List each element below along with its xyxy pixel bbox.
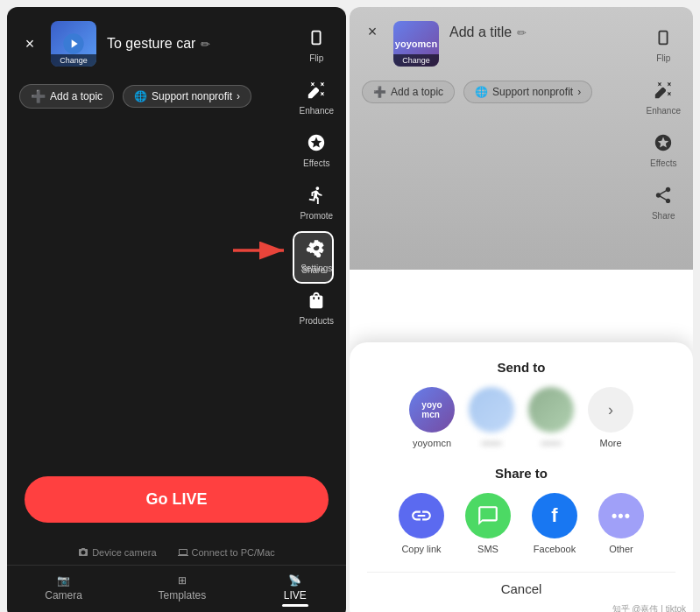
- bottom-bar: 📷 Camera ⊞ Templates 📡 LIVE: [7, 565, 346, 612]
- other-icon: •••: [598, 493, 644, 538]
- facebook-label: Facebook: [534, 544, 576, 554]
- change-label[interactable]: Change: [51, 54, 96, 67]
- right-close-button[interactable]: ×: [362, 21, 383, 42]
- products-icon: [307, 291, 326, 314]
- right-nonprofit-emoji: 🌐: [475, 86, 488, 98]
- facebook-button[interactable]: f Facebook: [532, 493, 577, 554]
- contact-avatar-3: [528, 387, 574, 433]
- sms-label: SMS: [477, 544, 498, 554]
- effects-icon: [307, 133, 326, 157]
- right-share-icon: [654, 186, 673, 209]
- contact-name-3: ••••••: [541, 438, 561, 448]
- right-flip-button[interactable]: Flip: [648, 21, 678, 70]
- topic-emoji: ➕: [31, 89, 46, 103]
- flip-label: Flip: [309, 53, 323, 63]
- enhance-button[interactable]: Enhance: [294, 74, 339, 123]
- contact-avatar-yoyomcn: yoyomcn: [409, 387, 455, 433]
- copy-link-button[interactable]: Copy link: [399, 493, 444, 554]
- share-label: Share: [301, 265, 325, 275]
- tab-live[interactable]: 📡 LIVE: [282, 574, 308, 607]
- device-row: Device camera Connect to PC/Mac: [7, 540, 346, 565]
- right-effects-button[interactable]: Effects: [645, 126, 682, 175]
- right-change-label[interactable]: Change: [393, 54, 439, 67]
- right-video-thumbnail[interactable]: yoyomcn Change: [393, 21, 439, 67]
- promote-icon: [307, 186, 326, 209]
- right-video-title: Add a title ✏: [449, 25, 527, 40]
- chevron-icon: ›: [237, 90, 240, 102]
- edit-icon[interactable]: ✏: [201, 38, 210, 51]
- camera-tab-icon: 📷: [57, 574, 70, 587]
- right-thumb-logo: yoyomcn: [395, 39, 437, 49]
- right-edit-icon[interactable]: ✏: [517, 26, 527, 39]
- go-live-button[interactable]: Go LIVE: [25, 476, 329, 523]
- right-flip-label: Flip: [656, 53, 670, 63]
- left-toolbar: Flip Enhance Effects: [294, 21, 339, 333]
- share-icons-row: Copy link SMS f Facebook •••: [367, 493, 675, 554]
- more-label: More: [599, 438, 621, 448]
- connect-pc-label: Connect to PC/Mac: [178, 547, 275, 558]
- left-panel: × Change To gesture car ✏ ➕ Add a topic …: [7, 7, 346, 612]
- contact-yoyomcn[interactable]: yoyomcn yoyomcn: [409, 387, 455, 448]
- device-camera-label: Device camera: [78, 547, 156, 558]
- more-contacts-button[interactable]: › More: [588, 387, 633, 448]
- share-sheet: Send to yoyomcn yoyomcn •••••• •••••• › …: [350, 342, 693, 612]
- close-button[interactable]: ×: [19, 33, 40, 54]
- right-toolbar: Flip Enhance Effects Sh: [641, 21, 686, 228]
- cancel-button[interactable]: Cancel: [367, 572, 675, 605]
- effects-button[interactable]: Effects: [298, 126, 335, 175]
- contact-3[interactable]: ••••••: [528, 387, 574, 448]
- other-button[interactable]: ••• Other: [598, 493, 644, 554]
- right-effects-label: Effects: [650, 158, 676, 168]
- contact-2[interactable]: ••••••: [469, 387, 514, 448]
- enhance-label: Enhance: [300, 106, 334, 116]
- share-to-label: Share to: [367, 466, 675, 481]
- contact-name-2: ••••••: [481, 438, 501, 448]
- send-to-label: Send to: [367, 360, 675, 375]
- right-effects-icon: [654, 133, 673, 157]
- right-share-button[interactable]: Share: [647, 179, 681, 228]
- templates-tab-icon: ⊞: [178, 574, 187, 587]
- right-nonprofit-button[interactable]: 🌐 Support nonprofit ›: [463, 81, 592, 103]
- promote-label: Promote: [300, 211, 333, 221]
- live-tab-icon: 📡: [288, 574, 301, 587]
- contact-avatar-2: [469, 387, 514, 433]
- right-share-label: Share: [652, 211, 675, 221]
- more-icon: ›: [588, 387, 633, 433]
- share-icon: [304, 240, 323, 264]
- sms-icon: [465, 493, 511, 538]
- support-nonprofit-button[interactable]: 🌐 Support nonprofit ›: [123, 85, 251, 108]
- effects-label: Effects: [303, 158, 329, 168]
- copy-link-icon: [399, 493, 444, 538]
- other-label: Other: [609, 544, 633, 554]
- right-enhance-icon: [654, 81, 673, 104]
- right-enhance-button[interactable]: Enhance: [641, 74, 686, 123]
- flip-button[interactable]: Flip: [301, 21, 331, 70]
- right-title-section: Add a title ✏: [449, 21, 527, 40]
- tab-camera[interactable]: 📷 Camera: [45, 574, 82, 607]
- contact-name-yoyomcn: yoyomcn: [413, 438, 451, 448]
- enhance-icon: [307, 81, 326, 104]
- active-tab-indicator: [282, 604, 308, 607]
- right-add-topic-button[interactable]: ➕ Add a topic: [362, 81, 455, 103]
- facebook-icon: f: [532, 493, 577, 538]
- copy-link-label: Copy link: [401, 544, 441, 554]
- right-panel: × yoyomcn Change Add a title ✏ Flip: [350, 7, 693, 612]
- add-topic-button[interactable]: ➕ Add a topic: [19, 84, 114, 109]
- tab-templates[interactable]: ⊞ Templates: [158, 574, 206, 607]
- products-button[interactable]: Products: [294, 284, 339, 333]
- products-label: Products: [300, 316, 334, 326]
- right-topic-emoji: ➕: [373, 86, 386, 98]
- video-thumbnail[interactable]: Change: [51, 21, 96, 67]
- right-enhance-label: Enhance: [647, 106, 681, 116]
- sms-button[interactable]: SMS: [465, 493, 511, 554]
- share-button[interactable]: Share: [300, 238, 327, 277]
- send-to-row: yoyomcn yoyomcn •••••• •••••• › More: [367, 387, 675, 448]
- right-chevron-icon: ›: [577, 86, 581, 98]
- promote-button[interactable]: Promote: [294, 179, 338, 228]
- nonprofit-emoji: 🌐: [134, 90, 147, 102]
- watermark: 知乎 @嘉伟 | tiktok: [612, 603, 686, 612]
- right-flip-icon: [654, 28, 673, 52]
- share-button-highlight[interactable]: Share: [293, 231, 334, 284]
- red-arrow: [233, 237, 294, 267]
- flip-icon: [307, 28, 326, 52]
